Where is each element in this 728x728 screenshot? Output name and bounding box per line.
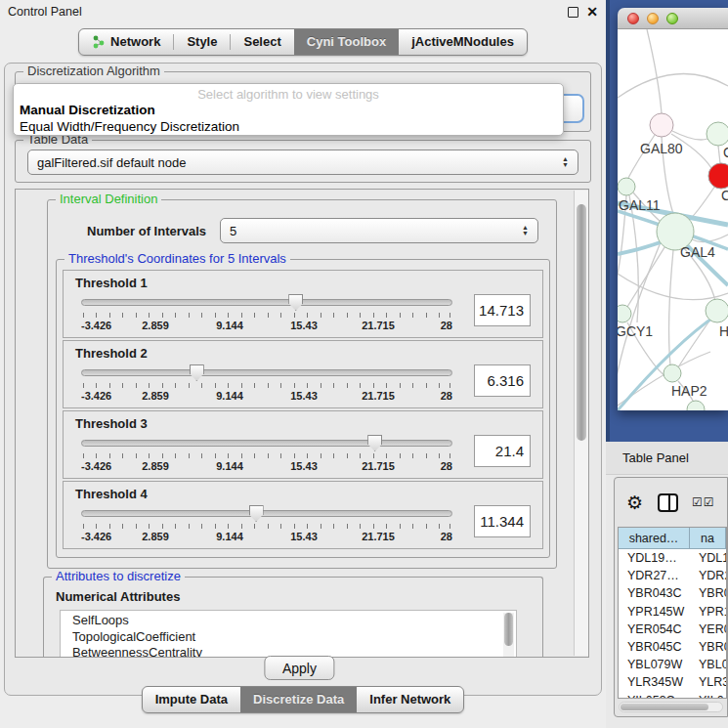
- tab-cyni-toolbox[interactable]: Cyni Toolbox: [294, 29, 399, 55]
- slider-tick-labels: -3.426 2.859 9.144 15.43 21.715 28: [81, 460, 452, 474]
- network-graph: GAL80 G C GAL11 GAL4 GCY1 H HAP2: [618, 29, 728, 410]
- slider-track: [81, 299, 452, 306]
- attributes-title: Attributes to discretize: [52, 569, 185, 583]
- threshold-3-slider[interactable]: -3.426 2.859 9.144 15.43 21.715 28: [81, 435, 452, 478]
- select-columns-icon[interactable]: ☑☑: [692, 495, 715, 509]
- node-g[interactable]: [707, 122, 728, 146]
- close-traffic-light-icon[interactable]: [627, 13, 639, 24]
- node-bottom[interactable]: [687, 401, 705, 410]
- cyni-toolbox-panel: Discretization Algorithm Select algorith…: [4, 63, 602, 696]
- attributes-list-scrollbar[interactable]: [503, 613, 514, 658]
- table-panel-titlebar: Table Panel: [606, 442, 728, 475]
- threshold-1-slider[interactable]: -3.426 2.859 9.144 15.43 21.715 28: [81, 294, 452, 337]
- slider-ticks: [83, 453, 450, 458]
- threshold-1-value-field[interactable]: 14.713: [474, 294, 531, 326]
- tab-jactivemnodules[interactable]: jActiveMNodules: [399, 29, 527, 55]
- table-row[interactable]: YIL053CYIL0: [619, 692, 726, 700]
- threshold-4-label: Threshold 4: [75, 487, 531, 501]
- table-panel-toolbar: ⚙ ☑☑: [615, 484, 727, 521]
- numerical-attributes-label: Numerical Attributes: [56, 589, 542, 604]
- slider-ticks: [83, 383, 450, 388]
- table-row[interactable]: YPR145WYPR1: [619, 603, 726, 621]
- table-row[interactable]: YLR345WYLR3: [619, 673, 726, 691]
- zoom-traffic-light-icon[interactable]: [666, 13, 678, 24]
- table-data-combobox[interactable]: galFiltered.sif default node ▲▼: [27, 150, 578, 175]
- node-gal80[interactable]: [650, 113, 673, 137]
- tab-select[interactable]: Select: [231, 29, 293, 55]
- number-of-intervals-label: Number of Intervals: [87, 224, 206, 238]
- number-of-intervals-spinner[interactable]: 5 ▲▼: [220, 218, 538, 243]
- bottom-tab-group: Impute Data Discretize Data Infer Networ…: [142, 686, 465, 713]
- number-of-intervals-row: Number of Intervals 5 ▲▼: [48, 218, 556, 243]
- table-row[interactable]: YBL079WYBL0: [619, 656, 726, 673]
- network-window-titlebar[interactable]: [618, 8, 728, 29]
- tab-discretize-data[interactable]: Discretize Data: [240, 687, 357, 712]
- split-table-icon[interactable]: [658, 493, 678, 512]
- threshold-2-slider[interactable]: -3.426 2.859 9.144 15.43 21.715 28: [81, 364, 452, 407]
- scrollbar-thumb[interactable]: [577, 204, 586, 441]
- apply-button[interactable]: Apply: [264, 656, 334, 680]
- numerical-attributes-list[interactable]: SelfLoops TopologicalCoefficient Between…: [60, 610, 517, 658]
- dropdown-hint: Select algorithm to view settings: [14, 87, 563, 102]
- table-row[interactable]: YER054CYER0: [619, 621, 726, 638]
- algorithm-fieldset-title: Discretization Algorithm: [23, 64, 164, 78]
- table-data-value: galFiltered.sif default node: [37, 155, 186, 170]
- slider-tick-labels: -3.426 2.859 9.144 15.43 21.715 28: [81, 320, 452, 333]
- tab-network[interactable]: Network: [79, 29, 173, 55]
- tab-network-label: Network: [110, 34, 160, 49]
- threshold-2-slider-thumb[interactable]: [190, 364, 204, 381]
- node-label-gal11: GAL11: [619, 197, 661, 213]
- network-canvas[interactable]: GAL80 G C GAL11 GAL4 GCY1 H HAP2: [618, 29, 728, 410]
- threshold-4-slider[interactable]: -3.426 2.859 9.144 15.43 21.715 28: [81, 505, 452, 548]
- node-h[interactable]: [706, 299, 728, 322]
- top-tabbar: Network Style Select Cyni Toolbox jActiv…: [0, 28, 606, 56]
- threshold-1-slider-thumb[interactable]: [288, 294, 303, 311]
- slider-track: [81, 440, 452, 447]
- threshold-4-value-field[interactable]: 11.344: [474, 505, 531, 537]
- dropdown-option-equal-width[interactable]: Equal Width/Frequency Discretization: [20, 119, 239, 134]
- combo-arrows-icon[interactable]: ▲▼: [562, 156, 569, 168]
- node-attribute-table[interactable]: shared… na YDL19…YDL1 YDR27…YDR2 YBR043C…: [618, 527, 727, 699]
- float-window-icon[interactable]: [568, 7, 578, 18]
- settings-vertical-scrollbar[interactable]: [574, 191, 588, 656]
- gear-icon[interactable]: ⚙: [626, 492, 643, 512]
- column-header-name[interactable]: na: [690, 528, 726, 549]
- threshold-2-value-field[interactable]: 6.316: [474, 364, 531, 397]
- scrollbar-thumb[interactable]: [621, 704, 708, 710]
- dropdown-option-manual[interactable]: Manual Discretization: [20, 103, 155, 117]
- table-data-fieldset: Table Data galFiltered.sif default node …: [15, 140, 591, 183]
- slider-track: [81, 369, 452, 376]
- settings-scrollpane: Interval Definition Number of Intervals …: [15, 189, 589, 658]
- tab-infer-network[interactable]: Infer Network: [357, 687, 463, 712]
- minimize-traffic-light-icon[interactable]: [647, 13, 659, 24]
- table-horizontal-scrollbar[interactable]: [619, 702, 723, 712]
- threshold-3-label: Threshold 3: [75, 416, 531, 431]
- node-hap2[interactable]: [664, 364, 681, 382]
- tab-style[interactable]: Style: [174, 29, 230, 55]
- spinner-arrows-icon[interactable]: ▲▼: [522, 225, 529, 236]
- node-label-g: G: [723, 145, 728, 160]
- node-gcy1[interactable]: [618, 305, 631, 322]
- slider-tick-labels: -3.426 2.859 9.144 15.43 21.715 28: [81, 531, 452, 544]
- node-label-gal4: GAL4: [680, 244, 715, 260]
- node-label-c: C: [721, 188, 728, 203]
- close-icon[interactable]: ✕: [586, 7, 598, 18]
- list-item[interactable]: TopologicalCoefficient: [72, 629, 516, 646]
- thresholds-fieldset: Threshold's Coordinates for 5 Intervals …: [56, 259, 550, 558]
- table-row[interactable]: YDR27…YDR2: [619, 567, 726, 584]
- node-gal11[interactable]: [618, 178, 635, 195]
- column-header-shared[interactable]: shared…: [619, 528, 690, 549]
- threshold-4-slider-thumb[interactable]: [249, 505, 264, 522]
- threshold-1-label: Threshold 1: [75, 276, 531, 290]
- number-of-intervals-value: 5: [230, 224, 236, 238]
- table-row[interactable]: YBR043CYBR0: [619, 584, 726, 602]
- slider-ticks: [83, 524, 450, 529]
- list-item[interactable]: SelfLoops: [72, 613, 516, 629]
- threshold-3-slider-thumb[interactable]: [367, 435, 382, 451]
- table-row[interactable]: YDL19…YDL1: [619, 549, 726, 567]
- node-label-gal80: GAL80: [640, 141, 683, 156]
- table-row[interactable]: YBR045CYBR0: [619, 638, 726, 656]
- tab-impute-data[interactable]: Impute Data: [143, 687, 240, 712]
- node-label-gcy1: GCY1: [618, 323, 653, 339]
- threshold-3-value-field[interactable]: 21.4: [474, 435, 531, 467]
